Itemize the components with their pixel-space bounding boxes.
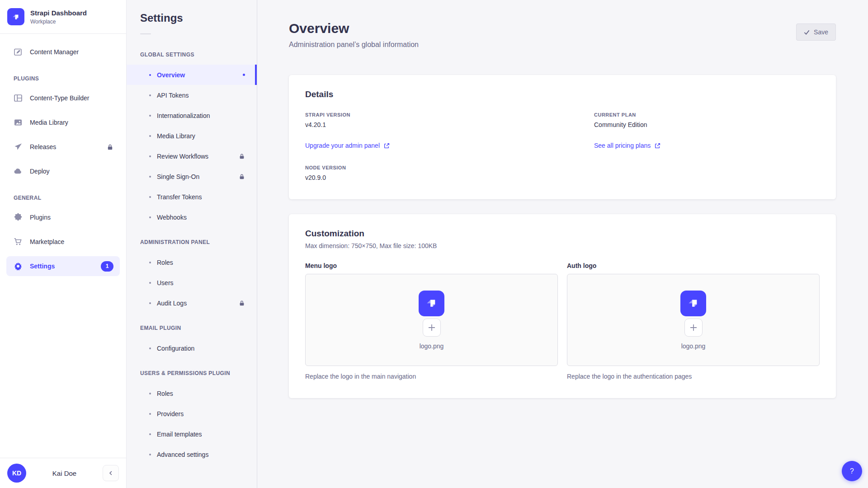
- gear-icon: [14, 262, 23, 271]
- sidebar-item-releases[interactable]: Releases: [6, 137, 120, 157]
- auth-logo-caption: Replace the logo in the authentication p…: [567, 373, 820, 380]
- bullet-icon: [149, 454, 151, 455]
- subnav-item-label: Single Sign-On: [157, 173, 199, 180]
- subnav-item-audit-logs[interactable]: Audit Logs: [127, 293, 257, 313]
- subnav-header-administration-panel: ADMINISTRATION PANEL: [140, 239, 243, 245]
- subnav-item-api-tokens[interactable]: API Tokens: [127, 85, 257, 105]
- sidebar-item-label: Plugins: [30, 214, 51, 221]
- settings-notification-badge: 1: [101, 261, 113, 272]
- sidebar-item-label: Deploy: [30, 168, 50, 175]
- subnav-item-advanced-settings[interactable]: Advanced settings: [127, 444, 257, 465]
- bullet-icon: [149, 413, 151, 415]
- collapse-sidebar-button[interactable]: [103, 465, 119, 481]
- subnav-item-webhooks[interactable]: Webhooks: [127, 207, 257, 227]
- bullet-icon: [149, 135, 151, 137]
- node-version-value: v20.9.0: [305, 174, 531, 181]
- bullet-icon: [149, 94, 151, 96]
- page-header: Overview Administration panel’s global i…: [289, 0, 836, 49]
- sidebar-item-label: Marketplace: [30, 238, 64, 245]
- notification-dot-icon: [243, 74, 245, 76]
- upgrade-link-label: Upgrade your admin panel: [305, 142, 380, 149]
- lock-icon: [239, 153, 245, 160]
- auth-logo-upload-tile[interactable]: logo.png: [567, 274, 820, 366]
- bullet-icon: [149, 393, 151, 394]
- send-icon: [14, 142, 23, 151]
- bullet-icon: [149, 433, 151, 435]
- auth-logo-filename: logo.png: [681, 343, 706, 350]
- subnav-header-email-plugin: EMAIL PLUGIN: [140, 325, 243, 331]
- workspace-name: Workplace: [30, 19, 87, 25]
- subnav-item-media-library[interactable]: Media Library: [127, 126, 257, 146]
- subnav-item-label: Roles: [157, 259, 173, 266]
- upgrade-admin-panel-link[interactable]: Upgrade your admin panel: [305, 142, 390, 149]
- subnav-item-label: Advanced settings: [157, 451, 208, 458]
- pricing-plans-link[interactable]: See all pricing plans: [594, 142, 660, 149]
- plus-icon: [428, 324, 436, 332]
- strapi-logo-icon: [419, 291, 444, 316]
- details-card: Details STRAPI VERSION v4.20.1 Upgrade y…: [289, 75, 836, 199]
- user-row: KD Kai Doe: [0, 458, 126, 488]
- cart-icon: [14, 237, 23, 246]
- subnav-item-label: Users: [157, 279, 174, 286]
- sidebar-item-marketplace[interactable]: Marketplace: [6, 232, 120, 252]
- lock-icon: [239, 174, 245, 180]
- subnav-item-transfer-tokens[interactable]: Transfer Tokens: [127, 187, 257, 207]
- subnav-item-label: Roles: [157, 390, 173, 397]
- app-title: Strapi Dashboard: [30, 9, 87, 17]
- menu-logo-caption: Replace the logo in the main navigation: [305, 373, 558, 380]
- subnav-item-up-roles[interactable]: Roles: [127, 383, 257, 404]
- strapi-logo-icon: [7, 8, 24, 25]
- brand-header: Strapi Dashboard Workplace: [0, 0, 126, 34]
- subnav-item-email-templates[interactable]: Email templates: [127, 424, 257, 444]
- sidebar-item-content-manager[interactable]: Content Manager: [6, 42, 120, 62]
- subnav-item-providers[interactable]: Providers: [127, 404, 257, 424]
- subnav-item-configuration[interactable]: Configuration: [127, 338, 257, 358]
- bullet-icon: [149, 302, 151, 304]
- sidebar-item-settings[interactable]: Settings 1: [6, 256, 120, 276]
- subnav-item-label: Media Library: [157, 132, 195, 140]
- app-sidebar: Strapi Dashboard Workplace Content Manag…: [0, 0, 127, 488]
- help-button[interactable]: ?: [842, 461, 862, 481]
- subnav-header-global-settings: GLOBAL SETTINGS: [140, 52, 243, 58]
- strapi-version-value: v4.20.1: [305, 121, 531, 128]
- subnav-item-label: Email templates: [157, 431, 202, 438]
- add-menu-logo-button[interactable]: [423, 319, 441, 337]
- save-button[interactable]: Save: [796, 23, 836, 41]
- user-name: Kai Doe: [31, 469, 98, 477]
- menu-logo-label: Menu logo: [305, 262, 558, 269]
- pricing-link-label: See all pricing plans: [594, 142, 651, 149]
- main-content: Overview Administration panel’s global i…: [257, 0, 868, 488]
- subnav-item-internationalization[interactable]: Internationalization: [127, 105, 257, 126]
- title-divider: [140, 33, 151, 34]
- sidebar-item-label: Content Manager: [30, 48, 79, 56]
- chevron-left-icon: [108, 470, 113, 476]
- subnav-item-single-sign-on[interactable]: Single Sign-On: [127, 166, 257, 187]
- add-auth-logo-button[interactable]: [684, 319, 703, 337]
- bullet-icon: [149, 155, 151, 157]
- page-subtitle: Administration panel’s global informatio…: [289, 41, 419, 49]
- subnav-item-label: Transfer Tokens: [157, 193, 202, 201]
- sidebar-item-content-type-builder[interactable]: Content-Type Builder: [6, 88, 120, 108]
- lock-icon: [107, 144, 113, 150]
- subnav-item-label: Providers: [157, 410, 184, 418]
- external-link-icon: [384, 143, 390, 149]
- sidebar-item-media-library[interactable]: Media Library: [6, 113, 120, 132]
- settings-panel-title: Settings: [140, 12, 243, 24]
- subnav-item-admin-roles[interactable]: Roles: [127, 252, 257, 272]
- menu-logo-filename: logo.png: [420, 343, 444, 350]
- nav-section-header-plugins: PLUGINS: [14, 75, 113, 82]
- sidebar-item-plugins[interactable]: Plugins: [6, 207, 120, 227]
- check-icon: [804, 29, 810, 35]
- sidebar-item-deploy[interactable]: Deploy: [6, 161, 120, 181]
- subnav-item-overview[interactable]: Overview: [127, 65, 257, 85]
- subnav-item-admin-users[interactable]: Users: [127, 272, 257, 293]
- strapi-version-field: STRAPI VERSION v4.20.1 Upgrade your admi…: [305, 112, 531, 150]
- nav-section-header-general: GENERAL: [14, 195, 113, 201]
- bullet-icon: [149, 282, 151, 284]
- node-version-label: NODE VERSION: [305, 165, 531, 170]
- customization-title: Customization: [305, 229, 820, 239]
- subnav-item-review-workflows[interactable]: Review Workflows: [127, 146, 257, 166]
- avatar[interactable]: KD: [7, 464, 26, 483]
- sidebar-item-label: Media Library: [30, 119, 68, 126]
- menu-logo-upload-tile[interactable]: logo.png: [305, 274, 558, 366]
